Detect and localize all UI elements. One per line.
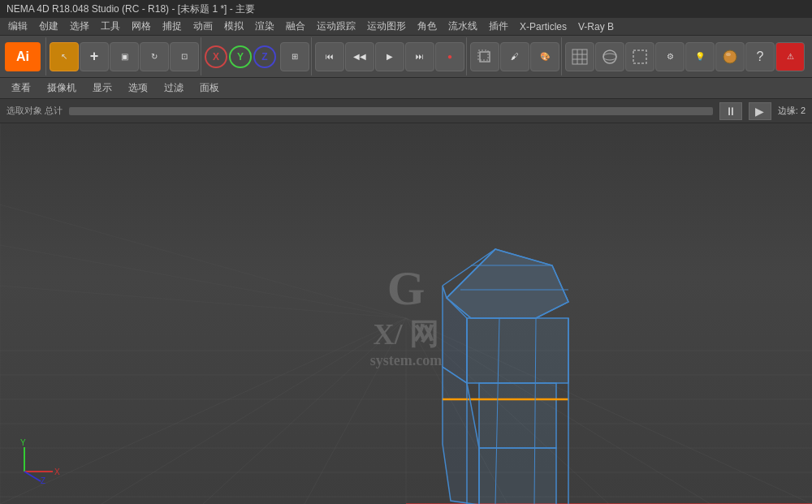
prev-icon: ⏮ <box>326 52 334 61</box>
render-region-button[interactable] <box>625 42 654 71</box>
filter-menu[interactable]: 过滤 <box>158 80 190 97</box>
render-icon: 💡 <box>695 52 705 61</box>
paint-icon: 🖌 <box>511 52 519 61</box>
coordinate-button[interactable]: ⊞ <box>280 42 309 71</box>
toolbar-xyz-group: X Y Z ⊞ <box>203 37 312 75</box>
grid-material-icon <box>571 48 589 66</box>
record-button[interactable]: ● <box>435 42 464 71</box>
question-button[interactable]: ? <box>745 42 775 71</box>
next-icon: ⏭ <box>416 52 424 61</box>
add-tool-button[interactable]: + <box>80 42 109 71</box>
warning-icon: ⚠ <box>787 52 794 61</box>
view-menu[interactable]: 查看 <box>5 80 37 97</box>
menu-sculpt[interactable]: 融合 <box>281 18 310 35</box>
menu-snap[interactable]: 捕捉 <box>158 18 187 35</box>
svg-rect-2 <box>572 50 587 64</box>
z-axis-label: Z <box>41 476 45 484</box>
menu-character[interactable]: 角色 <box>412 18 442 35</box>
viewport-toolbar: 查看 摄像机 显示 选项 过滤 面板 <box>0 78 812 99</box>
selection-label: 选取对象 总计 <box>6 105 63 117</box>
edge-count-label: 边缘: 2 <box>778 105 806 117</box>
menu-xparticles[interactable]: X-Particles <box>515 19 572 34</box>
settings-button[interactable]: ⚙ <box>655 42 685 71</box>
menu-tools[interactable]: 工具 <box>96 18 125 35</box>
display-menu[interactable]: 显示 <box>86 80 119 97</box>
xyz-buttons: X Y Z <box>205 45 276 68</box>
normals-icon <box>601 48 619 66</box>
texture-button[interactable]: 🎨 <box>530 42 559 71</box>
menu-animation[interactable]: 动画 <box>188 18 218 35</box>
rotate-icon: ↻ <box>151 52 158 61</box>
svg-point-7 <box>603 50 616 63</box>
sphere-icon <box>721 48 739 66</box>
toolbar-view-group: 🖌 🎨 <box>469 37 562 75</box>
toolbar-select-group: ↖ + ▣ ↻ ⊡ <box>48 37 201 75</box>
grid-material-button[interactable] <box>565 42 594 71</box>
pause-button[interactable]: ⏸ <box>719 102 742 120</box>
prev-frame-button[interactable]: ⏮ <box>315 42 344 71</box>
gear-icon: ⚙ <box>667 52 674 61</box>
question-icon: ? <box>757 50 764 64</box>
object-tool-button[interactable]: ▣ <box>110 42 139 71</box>
menu-edit[interactable]: 编辑 <box>3 18 32 35</box>
perspective-icon <box>477 49 493 65</box>
svg-point-11 <box>726 53 731 56</box>
selection-bar: 选取对象 总计 ⏸ ▶ 边缘: 2 <box>0 99 812 123</box>
svg-line-15 <box>304 318 406 504</box>
ai-logo-button[interactable]: Ai <box>5 42 41 71</box>
play-back-button[interactable]: ◀◀ <box>345 42 374 71</box>
play-button[interactable]: ▶ <box>375 42 404 71</box>
select-tool-button[interactable]: ↖ <box>50 42 79 71</box>
svg-line-30 <box>0 205 406 318</box>
sphere-render-button[interactable] <box>715 42 745 71</box>
render-region-icon <box>631 48 649 66</box>
next-selection-button[interactable]: ▶ <box>749 102 771 120</box>
z-axis-button[interactable]: Z <box>253 45 276 68</box>
title-text: NEMA 4D R18.048 Studio (RC - R18) - [未标题… <box>6 2 255 16</box>
menu-mesh[interactable]: 网格 <box>127 18 156 35</box>
perspective-button[interactable] <box>470 42 499 71</box>
menu-simulate[interactable]: 模拟 <box>219 18 248 35</box>
menu-select[interactable]: 选择 <box>65 18 94 35</box>
texture-icon: 🎨 <box>540 52 550 61</box>
panel-menu[interactable]: 面板 <box>193 80 226 97</box>
render-button[interactable]: 💡 <box>685 42 715 71</box>
svg-marker-36 <box>479 383 556 448</box>
svg-line-32 <box>0 286 406 318</box>
y-axis-button[interactable]: Y <box>229 45 252 68</box>
toolbar-material-group: ⚙ 💡 ? ⚠ <box>564 37 806 75</box>
viewport-3d[interactable]: G X/ 网 system.com Y X Z <box>0 123 812 504</box>
cursor-icon: ↖ <box>61 52 67 61</box>
3d-object-wireframe <box>443 249 568 504</box>
axes-indicator: Y X Z <box>16 439 57 480</box>
play-back-icon: ◀◀ <box>353 52 366 61</box>
svg-marker-37 <box>479 448 556 504</box>
next-arrow-icon: ▶ <box>755 105 764 118</box>
viewport-grid <box>0 123 812 504</box>
svg-marker-35 <box>467 318 568 383</box>
svg-point-8 <box>603 54 616 60</box>
svg-rect-9 <box>633 50 646 63</box>
warning-button[interactable]: ⚠ <box>775 42 805 71</box>
toolbar-playback-group: ⏮ ◀◀ ▶ ⏭ ● <box>313 37 467 75</box>
svg-line-52 <box>24 472 41 481</box>
paint-button[interactable]: 🖌 <box>500 42 529 71</box>
coord-icon: ⊞ <box>292 52 298 61</box>
menu-plugins[interactable]: 插件 <box>484 18 513 35</box>
menu-mograph[interactable]: 运动图形 <box>362 18 411 35</box>
camera-menu[interactable]: 摄像机 <box>41 80 83 97</box>
menu-motion-track[interactable]: 运动跟踪 <box>312 18 361 35</box>
normals-button[interactable] <box>595 42 624 71</box>
scale-icon: ⊡ <box>181 52 188 61</box>
menu-vray[interactable]: V-Ray B <box>573 19 619 34</box>
scale-tool-button[interactable]: ⊡ <box>170 42 199 71</box>
svg-marker-46 <box>443 367 479 504</box>
x-axis-button[interactable]: X <box>205 45 227 68</box>
menu-render[interactable]: 渲染 <box>250 18 279 35</box>
main-viewport-area[interactable]: G X/ 网 system.com Y X Z <box>0 123 812 504</box>
next-frame-button[interactable]: ⏭ <box>405 42 434 71</box>
menu-pipeline[interactable]: 流水线 <box>443 18 482 35</box>
rotate-tool-button[interactable]: ↻ <box>140 42 169 71</box>
menu-create[interactable]: 创建 <box>34 18 63 35</box>
options-menu[interactable]: 选项 <box>122 80 154 97</box>
